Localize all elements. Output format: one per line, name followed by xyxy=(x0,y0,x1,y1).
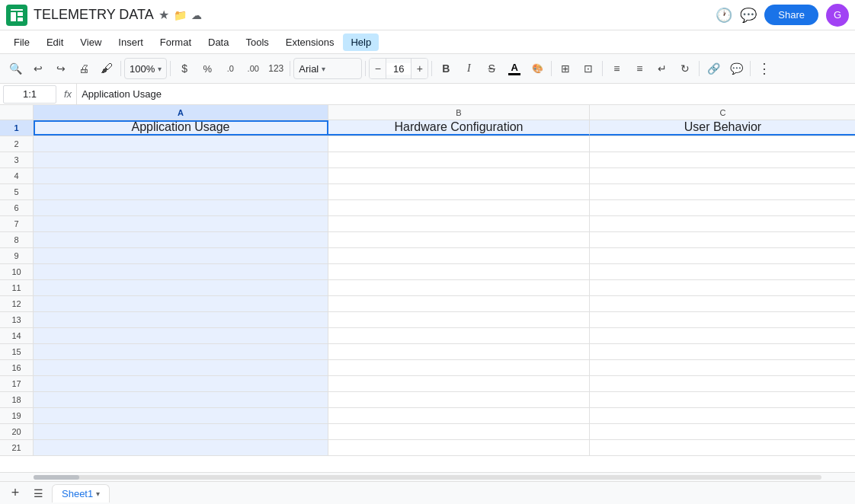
menu-help[interactable]: Help xyxy=(343,33,379,51)
cell-a4[interactable] xyxy=(34,168,328,183)
cell-b16[interactable] xyxy=(328,360,590,375)
insert-link-button[interactable]: 🔗 xyxy=(703,58,724,79)
more-options-button[interactable]: ⋮ xyxy=(754,58,775,79)
horizontal-scrollbar[interactable] xyxy=(0,472,855,481)
row-num-16[interactable]: 16 xyxy=(0,360,34,375)
row-num-5[interactable]: 5 xyxy=(0,184,34,199)
cell-c16[interactable] xyxy=(590,360,855,375)
zoom-selector[interactable]: 100% ▾ xyxy=(124,58,167,79)
menu-tools[interactable]: Tools xyxy=(238,33,276,51)
share-button[interactable]: Share xyxy=(764,5,818,25)
cell-b18[interactable] xyxy=(328,392,590,407)
row-num-4[interactable]: 4 xyxy=(0,168,34,183)
cell-b1[interactable]: Hardware Configuration xyxy=(328,120,590,136)
scroll-thumb[interactable] xyxy=(34,475,79,480)
cell-c21[interactable] xyxy=(590,440,855,455)
dec-decrease-button[interactable]: .0 xyxy=(219,58,241,79)
sheet-tab-sheet1[interactable]: Sheet1 ▾ xyxy=(52,484,110,502)
cell-a17[interactable] xyxy=(34,376,328,391)
undo-button[interactable]: ↩ xyxy=(27,58,49,79)
search-button[interactable]: 🔍 xyxy=(5,58,26,79)
cell-c4[interactable] xyxy=(590,168,855,183)
cell-a2[interactable] xyxy=(34,136,328,152)
scroll-track[interactable] xyxy=(34,475,821,480)
borders-button[interactable]: ⊞ xyxy=(555,58,576,79)
cell-a7[interactable] xyxy=(34,216,328,231)
row-num-11[interactable]: 11 xyxy=(0,280,34,295)
cell-c2[interactable] xyxy=(590,136,855,152)
col-header-a[interactable]: A xyxy=(34,105,328,120)
cell-b5[interactable] xyxy=(328,184,590,199)
cell-c9[interactable] xyxy=(590,248,855,263)
cell-b9[interactable] xyxy=(328,248,590,263)
cell-a9[interactable] xyxy=(34,248,328,263)
row-num-8[interactable]: 8 xyxy=(0,232,34,247)
cell-c8[interactable] xyxy=(590,232,855,247)
cell-c20[interactable] xyxy=(590,424,855,439)
strikethrough-button[interactable]: S xyxy=(481,58,502,79)
folder-icon[interactable]: 📁 xyxy=(174,9,187,21)
menu-data[interactable]: Data xyxy=(200,33,236,51)
valign-button[interactable]: ≡ xyxy=(606,58,627,79)
row-num-9[interactable]: 9 xyxy=(0,248,34,263)
row-num-7[interactable]: 7 xyxy=(0,216,34,231)
cell-reference-input[interactable] xyxy=(3,85,56,104)
bold-button[interactable]: B xyxy=(435,58,456,79)
cell-c3[interactable] xyxy=(590,152,855,167)
history-icon[interactable]: 🕐 xyxy=(716,7,732,24)
merge-button[interactable]: ⊡ xyxy=(578,58,599,79)
cell-a15[interactable] xyxy=(34,344,328,359)
cell-a1[interactable]: Application Usage xyxy=(34,120,328,136)
cell-a19[interactable] xyxy=(34,408,328,423)
font-selector[interactable]: Arial ▾ xyxy=(293,58,362,79)
cell-c6[interactable] xyxy=(590,200,855,215)
cell-a20[interactable] xyxy=(34,424,328,439)
redo-button[interactable]: ↪ xyxy=(50,58,72,79)
cell-a18[interactable] xyxy=(34,392,328,407)
cell-c12[interactable] xyxy=(590,296,855,311)
cell-a10[interactable] xyxy=(34,264,328,279)
star-icon[interactable]: ★ xyxy=(159,8,169,22)
italic-button[interactable]: I xyxy=(458,58,479,79)
cell-b19[interactable] xyxy=(328,408,590,423)
cell-b4[interactable] xyxy=(328,168,590,183)
cell-c14[interactable] xyxy=(590,328,855,343)
cell-a11[interactable] xyxy=(34,280,328,295)
menu-extensions[interactable]: Extensions xyxy=(278,33,342,51)
cell-c15[interactable] xyxy=(590,344,855,359)
cell-c17[interactable] xyxy=(590,376,855,391)
text-color-button[interactable]: A xyxy=(504,58,525,79)
cell-c5[interactable] xyxy=(590,184,855,199)
cell-a21[interactable] xyxy=(34,440,328,455)
col-header-b[interactable]: B xyxy=(328,105,590,120)
row-num-3[interactable]: 3 xyxy=(0,152,34,167)
row-num-18[interactable]: 18 xyxy=(0,392,34,407)
cell-b20[interactable] xyxy=(328,424,590,439)
row-num-6[interactable]: 6 xyxy=(0,200,34,215)
cell-a12[interactable] xyxy=(34,296,328,311)
add-sheet-button[interactable]: + xyxy=(6,484,24,502)
cell-a14[interactable] xyxy=(34,328,328,343)
font-size-decrease-button[interactable]: − xyxy=(370,58,386,79)
cell-c7[interactable] xyxy=(590,216,855,231)
row-num-10[interactable]: 10 xyxy=(0,264,34,279)
currency-format-button[interactable]: 123 xyxy=(265,58,287,79)
paintformat-button[interactable]: 🖌 xyxy=(96,58,117,79)
cell-b2[interactable] xyxy=(328,136,590,152)
cell-a5[interactable] xyxy=(34,184,328,199)
cell-c1[interactable]: User Behavior xyxy=(590,120,855,136)
fill-color-button[interactable]: 🎨 xyxy=(527,58,548,79)
cell-a3[interactable] xyxy=(34,152,328,167)
menu-file[interactable]: File xyxy=(6,33,37,51)
cell-b7[interactable] xyxy=(328,216,590,231)
row-num-20[interactable]: 20 xyxy=(0,424,34,439)
menu-format[interactable]: Format xyxy=(152,33,199,51)
comment-icon[interactable]: 💬 xyxy=(740,7,757,24)
row-num-21[interactable]: 21 xyxy=(0,440,34,455)
font-size-increase-button[interactable]: + xyxy=(411,58,428,79)
cell-b13[interactable] xyxy=(328,312,590,327)
cell-a13[interactable] xyxy=(34,312,328,327)
cell-b15[interactable] xyxy=(328,344,590,359)
menu-view[interactable]: View xyxy=(72,33,109,51)
sheet-list-button[interactable]: ☰ xyxy=(29,484,47,502)
